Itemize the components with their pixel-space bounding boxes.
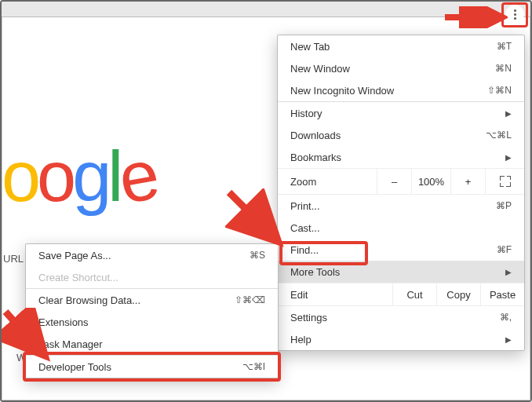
menu-label: History <box>290 108 322 119</box>
shortcut: ⌥⌘L <box>486 130 512 141</box>
edit-label: Edit <box>278 289 392 301</box>
shortcut: ⌘F <box>497 244 512 255</box>
submenu-save-page[interactable]: Save Page As... ⌘S <box>26 244 278 266</box>
zoom-out-button[interactable]: – <box>377 169 411 194</box>
submenu-label: Create Shortcut... <box>38 272 118 283</box>
submenu-clear-browsing[interactable]: Clear Browsing Data... ⇧⌘⌫ <box>26 289 278 311</box>
menu-history[interactable]: History ▶ <box>278 102 524 124</box>
zoom-in-button[interactable]: + <box>450 169 485 194</box>
submenu-arrow-icon: ▶ <box>505 153 512 162</box>
menu-new-tab[interactable]: New Tab ⌘T <box>278 35 524 57</box>
fullscreen-icon <box>500 176 511 187</box>
menu-label: New Window <box>290 63 350 75</box>
menu-settings[interactable]: Settings ⌘, <box>278 306 524 328</box>
menu-label: New Incognito Window <box>290 85 394 97</box>
submenu-label: Save Page As... <box>38 250 111 261</box>
edit-cut-button[interactable]: Cut <box>392 283 436 305</box>
url-label: URL <box>3 253 24 265</box>
menu-new-window[interactable]: New Window ⌘N <box>278 57 524 79</box>
shortcut: ⌘N <box>495 63 512 74</box>
chrome-menu-button[interactable] <box>505 5 524 24</box>
submenu-extensions[interactable]: Extensions <box>26 311 278 333</box>
google-logo: oogle <box>2 137 155 217</box>
menu-label: More Tools <box>290 266 340 278</box>
shortcut: ⇧⌘⌫ <box>235 294 265 305</box>
submenu-arrow-icon: ▶ <box>505 109 512 118</box>
menu-label: Settings <box>290 312 327 323</box>
submenu-task-manager[interactable]: Task Manager <box>26 333 278 355</box>
menu-label: Print... <box>290 200 320 212</box>
more-tools-submenu: Save Page As... ⌘S Create Shortcut... Cl… <box>25 243 279 378</box>
menu-label: New Tab <box>290 41 330 53</box>
submenu-label: Developer Tools <box>38 361 111 373</box>
shortcut: ⌘S <box>250 250 265 261</box>
submenu-developer-tools[interactable]: Developer Tools ⌥⌘I <box>26 356 278 378</box>
zoom-level: 100% <box>411 169 450 194</box>
shortcut: ⌘, <box>500 312 512 323</box>
edit-paste-button[interactable]: Paste <box>480 283 524 305</box>
menu-help[interactable]: Help ▶ <box>278 328 524 350</box>
submenu-arrow-icon: ▶ <box>505 268 512 276</box>
kebab-icon <box>514 9 516 20</box>
menu-zoom-row: Zoom – 100% + <box>278 168 524 195</box>
menu-edit-row: Edit Cut Copy Paste <box>278 283 524 306</box>
menu-label: Help <box>290 334 312 345</box>
fullscreen-button[interactable] <box>485 169 524 194</box>
shortcut: ⌥⌘I <box>242 361 265 372</box>
shortcut: ⌘P <box>496 200 512 211</box>
menu-new-incognito[interactable]: New Incognito Window ⇧⌘N <box>278 79 524 101</box>
menu-label: Downloads <box>290 130 341 141</box>
shortcut: ⌘T <box>497 41 512 52</box>
menu-find[interactable]: Find... ⌘F <box>278 239 524 261</box>
menu-label: Cast... <box>290 222 320 234</box>
menu-print[interactable]: Print... ⌘P <box>278 195 524 217</box>
chrome-main-menu: New Tab ⌘T New Window ⌘N New Incognito W… <box>277 35 525 351</box>
menu-label: Bookmarks <box>290 152 341 163</box>
submenu-label: Extensions <box>38 316 89 328</box>
submenu-label: Task Manager <box>38 338 103 350</box>
menu-more-tools[interactable]: More Tools ▶ <box>278 261 524 283</box>
menu-downloads[interactable]: Downloads ⌥⌘L <box>278 124 524 146</box>
browser-toolbar <box>2 2 530 17</box>
edit-copy-button[interactable]: Copy <box>436 283 480 305</box>
shortcut: ⇧⌘N <box>487 85 512 96</box>
submenu-arrow-icon: ▶ <box>505 335 512 344</box>
submenu-label: Clear Browsing Data... <box>38 294 140 306</box>
submenu-create-shortcut: Create Shortcut... <box>26 266 278 288</box>
menu-cast[interactable]: Cast... <box>278 217 524 239</box>
zoom-label: Zoom <box>278 176 377 188</box>
menu-bookmarks[interactable]: Bookmarks ▶ <box>278 146 524 168</box>
menu-label: Find... <box>290 244 319 256</box>
